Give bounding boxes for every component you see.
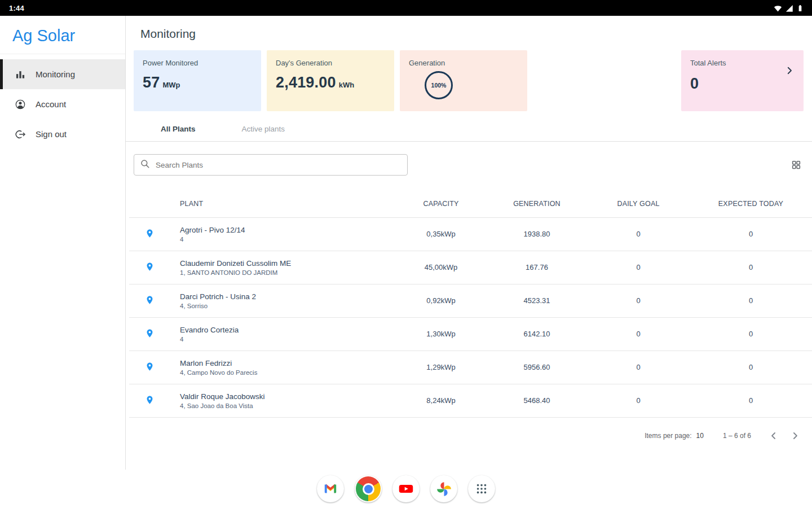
generation-cell: 6142.10: [483, 317, 590, 351]
days-generation-unit: kWh: [339, 81, 354, 89]
days-generation-card: Day's Generation 2,419.00 kWh: [267, 50, 394, 111]
grid-view-icon[interactable]: [791, 159, 802, 170]
pagination: Items per page: 10 1 – 6 of 6: [126, 418, 812, 454]
tab-all-plants[interactable]: All Plants: [152, 117, 205, 142]
generation-cell: 5468.40: [483, 384, 590, 417]
chevron-right-icon: [784, 65, 795, 103]
plant-tabs: All Plants Active plants: [126, 117, 812, 142]
column-header-daily-goal: DAILY GOAL: [590, 190, 686, 217]
sidebar-item-sign-out[interactable]: Sign out: [0, 119, 125, 149]
generation-cell: 1938.80: [483, 217, 590, 251]
plant-subtitle: 4, Campo Novo do Parecis: [180, 369, 399, 376]
next-page-button[interactable]: [788, 429, 802, 443]
bar-chart-icon: [14, 68, 27, 81]
generation-cell: 167.76: [483, 251, 590, 284]
table-row[interactable]: Evandro Cortezia 4 1,30kWp 6142.10 0 0: [129, 317, 812, 351]
plant-name: Claudemir Donizeti Cussolim ME: [180, 259, 399, 268]
all-apps-icon[interactable]: [468, 475, 495, 502]
table-row[interactable]: Agrotri - Pivo 12/14 4 0,35kWp 1938.80 0…: [129, 217, 812, 251]
alerts-count: 0: [690, 75, 699, 93]
cell-signal-icon: [785, 4, 793, 12]
plants-table: PLANT CAPACITY GENERATION DAILY GOAL EXP…: [129, 190, 812, 418]
sidebar: Ag Solar Monitoring Account Sign out: [0, 16, 126, 470]
capacity-cell: 45,00kWp: [399, 251, 483, 284]
sidebar-item-label: Sign out: [36, 129, 67, 139]
previous-page-button[interactable]: [767, 429, 780, 443]
daily-goal-cell: 0: [590, 251, 686, 284]
expected-today-cell: 0: [686, 384, 812, 417]
search-input[interactable]: [150, 161, 401, 169]
tab-active-plants[interactable]: Active plants: [233, 117, 294, 142]
items-per-page-label: Items per page:: [645, 432, 691, 440]
expected-today-cell: 0: [686, 284, 812, 317]
expected-today-cell: 0: [686, 217, 812, 251]
daily-goal-cell: 0: [590, 217, 686, 251]
main-content: Monitoring Power Monitored 57 MWp Day's …: [126, 16, 812, 470]
plant-name: Evandro Cortezia: [180, 326, 399, 334]
wifi-icon: [774, 4, 782, 12]
table-row[interactable]: Marlon Fedrizzi 4, Campo Novo do Parecis…: [129, 351, 812, 384]
card-label: Power Monitored: [143, 59, 252, 67]
power-value: 57: [143, 74, 160, 91]
account-icon: [14, 98, 27, 111]
capacity-cell: 1,29kWp: [399, 351, 483, 384]
capacity-cell: 8,24kWp: [399, 384, 483, 417]
table-row[interactable]: Claudemir Donizeti Cussolim ME 1, SANTO …: [129, 251, 812, 284]
location-pin-icon: [145, 365, 155, 373]
plant-subtitle: 4: [180, 336, 399, 343]
items-per-page-select[interactable]: 10: [696, 432, 704, 440]
location-pin-icon: [145, 231, 155, 240]
pin-column-header: [129, 190, 165, 217]
location-pin-icon: [145, 265, 155, 273]
location-pin-icon: [145, 298, 155, 306]
sign-out-icon: [14, 128, 27, 141]
sidebar-item-label: Monitoring: [36, 69, 75, 79]
search-icon: [140, 159, 150, 171]
capacity-cell: 1,30kWp: [399, 317, 483, 351]
capacity-cell: 0,92kWp: [399, 284, 483, 317]
generation-percent: 100%: [431, 82, 447, 89]
card-label: Generation: [409, 59, 518, 67]
column-header-plant: PLANT: [165, 190, 399, 217]
column-header-capacity: CAPACITY: [399, 190, 483, 217]
generation-cell: 5956.60: [483, 351, 590, 384]
sidebar-item-monitoring[interactable]: Monitoring: [0, 59, 125, 89]
plant-subtitle: 4: [180, 236, 399, 243]
plant-subtitle: 4, Sao Joao da Boa Vista: [180, 402, 399, 409]
plant-name: Darci Potrich - Usina 2: [180, 292, 399, 301]
card-label: Total Alerts: [690, 59, 726, 67]
page-title: Monitoring: [140, 27, 812, 41]
power-monitored-card: Power Monitored 57 MWp: [134, 50, 261, 111]
daily-goal-cell: 0: [590, 317, 686, 351]
plant-name: Valdir Roque Jacobowski: [180, 392, 399, 401]
total-alerts-card[interactable]: Total Alerts 0: [681, 50, 804, 111]
plants-table-body: Agrotri - Pivo 12/14 4 0,35kWp 1938.80 0…: [129, 217, 812, 417]
table-row[interactable]: Darci Potrich - Usina 2 4, Sorriso 0,92k…: [129, 284, 812, 317]
daily-goal-cell: 0: [590, 351, 686, 384]
plant-subtitle: 1, SANTO ANTONIO DO JARDIM: [180, 269, 399, 276]
column-header-expected-today: EXPECTED TODAY: [686, 190, 812, 217]
battery-icon: [796, 4, 804, 12]
status-time: 1:44: [9, 4, 24, 12]
expected-today-cell: 0: [686, 317, 812, 351]
android-status-bar: 1:44: [0, 0, 812, 16]
gmail-icon[interactable]: [317, 475, 344, 502]
google-photos-icon[interactable]: [430, 475, 457, 502]
sidebar-item-account[interactable]: Account: [0, 89, 125, 119]
plant-subtitle: 4, Sorriso: [180, 303, 399, 309]
plant-name: Marlon Fedrizzi: [180, 359, 399, 367]
app-title: Ag Solar: [0, 16, 125, 54]
youtube-icon[interactable]: [392, 475, 420, 502]
search-box[interactable]: [134, 154, 408, 176]
page-range-label: 1 – 6 of 6: [723, 432, 751, 440]
table-header-row: PLANT CAPACITY GENERATION DAILY GOAL EXP…: [129, 190, 812, 217]
chrome-icon[interactable]: [355, 475, 382, 502]
status-icons: [774, 4, 804, 12]
plant-name: Agrotri - Pivo 12/14: [180, 226, 399, 234]
expected-today-cell: 0: [686, 251, 812, 284]
generation-progress-ring: 100%: [425, 71, 453, 99]
days-generation-value: 2,419.00: [276, 74, 336, 91]
sidebar-item-label: Account: [36, 99, 66, 109]
capacity-cell: 0,35kWp: [399, 217, 483, 251]
table-row[interactable]: Valdir Roque Jacobowski 4, Sao Joao da B…: [129, 384, 812, 417]
